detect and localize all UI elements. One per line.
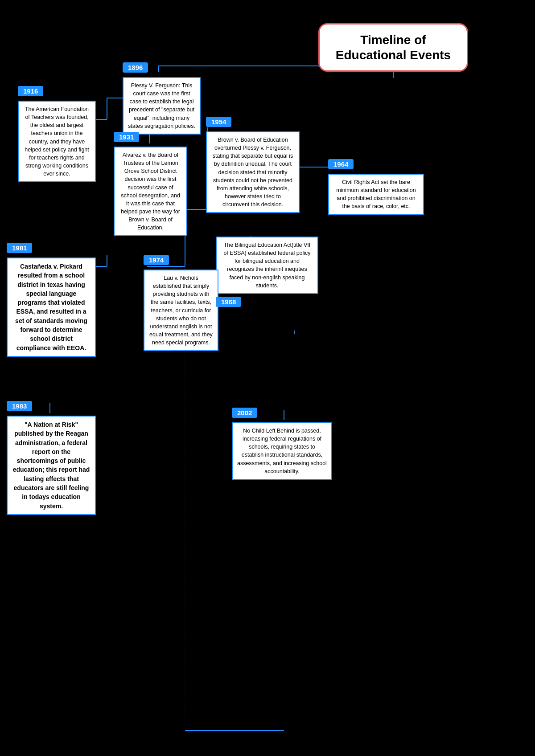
- event-text-1974: Lau v. Nichols established that simply p…: [144, 270, 218, 351]
- event-1981: 1981 Castañeda v. Pickard resulted from …: [7, 243, 96, 357]
- year-badge-1964: 1964: [328, 159, 354, 169]
- event-text-1931: Alvarez v. the Board of Trustees of the …: [114, 147, 187, 236]
- event-text-1916: The American Foundation of Teachers was …: [18, 101, 96, 182]
- page-container: Timeline of Educational Events 1896 Ples…: [0, 0, 535, 756]
- event-1931: 1931 Alvarez v. the Board of Trustees of…: [114, 132, 187, 236]
- year-badge-1983: 1983: [7, 401, 32, 411]
- event-text-1896: Plessy V. Ferguson: This court case was …: [123, 77, 201, 135]
- year-badge-1981: 1981: [7, 243, 32, 253]
- year-badge-1974: 1974: [144, 255, 169, 265]
- event-text-1968: The Bilingual Education Act(title VII of…: [216, 237, 318, 294]
- event-1983: 1983 "A Nation at Risk" published by the…: [7, 401, 96, 515]
- page-title: Timeline of Educational Events: [329, 33, 457, 62]
- event-1964: 1964 Civil Rights Act set the bare minim…: [328, 159, 424, 215]
- event-1954: 1954 Brown v. Board of Education overtur…: [206, 117, 300, 213]
- year-badge-1896: 1896: [123, 62, 148, 73]
- year-badge-2002: 2002: [232, 408, 257, 418]
- event-1916: 1916 The American Foundation of Teachers…: [18, 86, 96, 182]
- event-1896: 1896 Plessy V. Ferguson: This court case…: [123, 62, 201, 135]
- title-box: Timeline of Educational Events: [318, 23, 468, 72]
- event-text-1981: Castañeda v. Pickard resulted from a sch…: [7, 257, 96, 357]
- year-badge-1916: 1916: [18, 86, 43, 96]
- year-badge-1931: 1931: [114, 132, 139, 142]
- event-text-1983: "A Nation at Risk" published by the Reag…: [7, 416, 96, 515]
- event-text-1954: Brown v. Board of Education overturned P…: [206, 131, 300, 213]
- year-badge-1968: 1968: [216, 297, 241, 307]
- event-text-2002: No Child Left Behind is passed, increasi…: [232, 422, 332, 480]
- event-1968: The Bilingual Education Act(title VII of…: [216, 235, 318, 307]
- event-text-1964: Civil Rights Act set the bare minimum st…: [328, 174, 424, 215]
- event-2002: 2002 No Child Left Behind is passed, inc…: [232, 408, 332, 480]
- event-1974: 1974 Lau v. Nichols established that sim…: [144, 255, 218, 351]
- year-badge-1954: 1954: [206, 117, 231, 127]
